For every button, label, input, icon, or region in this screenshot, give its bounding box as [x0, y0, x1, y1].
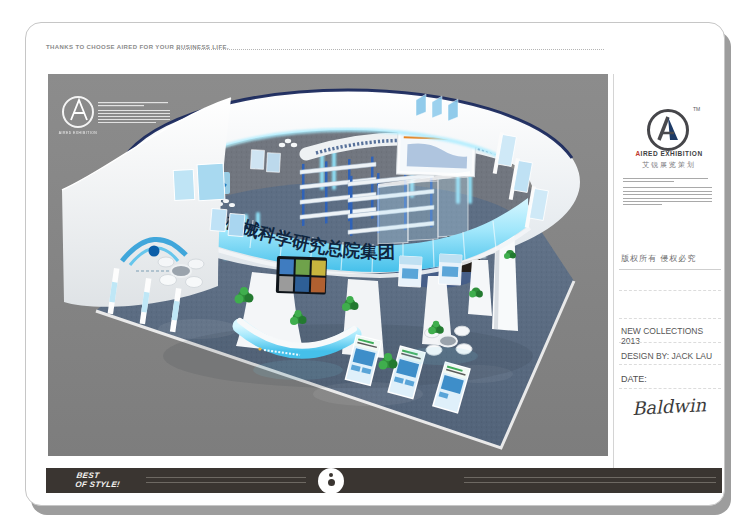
hanging-poster-panel: [398, 256, 422, 287]
brand-name-chinese: 艾锐展览策划: [614, 160, 724, 170]
info-sidebar: TM AIRED EXHIBITION 艾锐展览策划 版权所有 侵权必究 NEW…: [613, 74, 724, 468]
presentation-card: THANKS TO CHOOSE AIRED FOR YOUR BUSINESS…: [25, 22, 725, 506]
placeholder-paragraph: [623, 178, 715, 208]
brand-name: AIRED EXHIBITION: [614, 150, 724, 157]
header-dotted-rule: [176, 49, 604, 50]
wall-lightbox-small: [173, 169, 195, 200]
divider: [619, 290, 721, 291]
divider: [619, 269, 721, 270]
glass-partition: [378, 171, 470, 244]
aired-logo-icon: TM: [614, 108, 724, 156]
booth-render-image: 机械科学研究总院集团: [48, 74, 608, 456]
footer-rule-right: [464, 477, 716, 483]
pagination-dots-icon: [318, 468, 344, 494]
footer-bar: BEST OF STYLE!: [46, 468, 722, 493]
wall-lightbox-large: [197, 163, 225, 200]
copyright-note: 版权所有 侵权必究: [621, 253, 718, 264]
divider: [619, 388, 721, 389]
designer-signature: Baldwin: [614, 393, 725, 420]
footer-tagline: BEST OF STYLE!: [75, 471, 122, 489]
hanging-poster-panel: [438, 254, 462, 285]
divider: [619, 318, 721, 319]
trademark-mark: TM: [693, 106, 700, 112]
divider: [619, 364, 721, 365]
watermark-brand-text: AIRED EXHIBITION: [59, 131, 98, 135]
footer-rule-left: [146, 477, 306, 483]
divider: [619, 342, 721, 343]
designer-label: DESIGN BY: JACK LAU: [621, 351, 718, 361]
collection-label: NEW COLLECTIONS 2013: [621, 326, 718, 346]
hanging-tv-screen: [276, 256, 327, 295]
date-label: DATE:: [621, 374, 718, 384]
